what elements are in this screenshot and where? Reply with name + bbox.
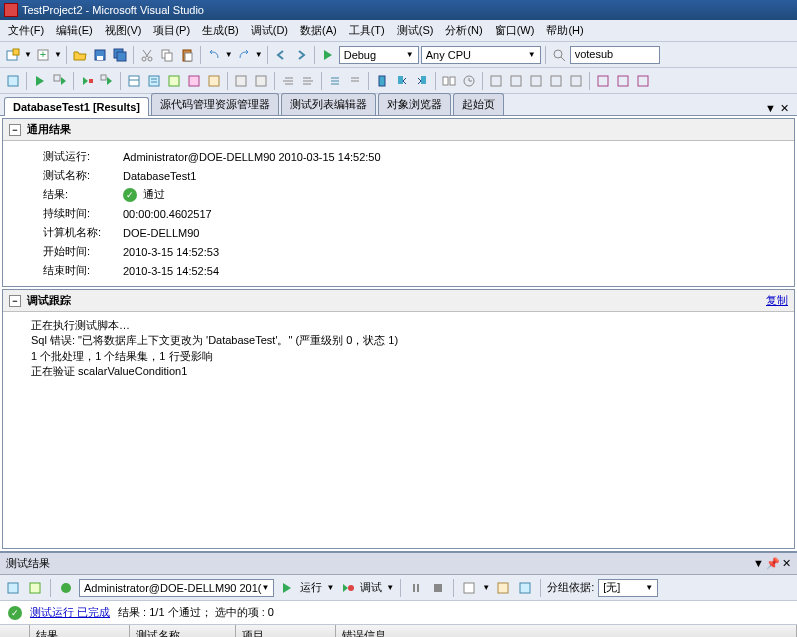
tr-options-icon[interactable] <box>516 579 534 597</box>
menu-file[interactable]: 文件(F) <box>2 20 50 41</box>
tb-icon-c[interactable] <box>527 72 545 90</box>
next-bookmark-icon[interactable] <box>413 72 431 90</box>
panel-pin-icon[interactable]: 📌 <box>766 557 780 570</box>
run-checked-icon[interactable] <box>51 72 69 90</box>
tab-active[interactable]: DatabaseTest1 [Results] <box>4 97 149 116</box>
indent-left-icon[interactable] <box>279 72 297 90</box>
nav-fwd-icon[interactable] <box>292 46 310 64</box>
test-view-icon[interactable] <box>125 72 143 90</box>
debug-tests-icon[interactable] <box>78 72 96 90</box>
save-all-icon[interactable] <box>111 46 129 64</box>
platform-dropdown[interactable]: Any CPU▼ <box>421 46 541 64</box>
new-project-icon[interactable] <box>4 46 22 64</box>
history-icon[interactable] <box>460 72 478 90</box>
tab-test-list-editor[interactable]: 测试列表编辑器 <box>281 93 376 115</box>
dropdown-arrow-icon[interactable]: ▼ <box>54 50 62 59</box>
tr-export-icon[interactable] <box>494 579 512 597</box>
tb-misc-2[interactable] <box>252 72 270 90</box>
menu-project[interactable]: 项目(P) <box>147 20 196 41</box>
open-icon[interactable] <box>71 46 89 64</box>
tr-icon-2[interactable] <box>26 579 44 597</box>
svg-rect-16 <box>8 76 18 86</box>
bookmark-icon[interactable] <box>373 72 391 90</box>
comment-icon[interactable] <box>326 72 344 90</box>
tab-close-icon[interactable]: ✕ <box>780 102 789 115</box>
find-textbox[interactable]: votesub <box>570 46 660 64</box>
stop-icon[interactable] <box>429 579 447 597</box>
panel-dropdown-icon[interactable]: ▼ <box>753 557 764 570</box>
redo-icon[interactable] <box>235 46 253 64</box>
nav-back-icon[interactable] <box>272 46 290 64</box>
tb-icon-e[interactable] <box>567 72 585 90</box>
tab-source-control[interactable]: 源代码管理资源管理器 <box>151 93 279 115</box>
debug-icon[interactable] <box>338 579 356 597</box>
svg-text:+: + <box>40 48 46 60</box>
run-tests-icon[interactable] <box>31 72 49 90</box>
menu-help[interactable]: 帮助(H) <box>540 20 589 41</box>
menu-view[interactable]: 视图(V) <box>99 20 148 41</box>
dropdown-arrow-icon[interactable]: ▼ <box>24 50 32 59</box>
tab-dropdown-icon[interactable]: ▼ <box>765 102 776 115</box>
paste-icon[interactable] <box>178 46 196 64</box>
menu-test[interactable]: 测试(S) <box>391 20 440 41</box>
dropdown-arrow-icon[interactable]: ▼ <box>482 583 490 592</box>
dropdown-arrow-icon[interactable]: ▼ <box>225 50 233 59</box>
label-computer: 计算机名称: <box>43 225 123 240</box>
test-run-status-link[interactable]: 测试运行 已完成 <box>30 605 110 620</box>
debug-checked-icon[interactable] <box>98 72 116 90</box>
col-error[interactable]: 错误信息 <box>336 625 797 637</box>
copy-link[interactable]: 复制 <box>766 293 788 308</box>
tb-icon-g[interactable] <box>614 72 632 90</box>
tb-icon-b[interactable] <box>507 72 525 90</box>
dropdown-arrow-icon[interactable]: ▼ <box>386 583 394 592</box>
tab-start-page[interactable]: 起始页 <box>453 93 504 115</box>
menu-debug[interactable]: 调试(D) <box>245 20 294 41</box>
compare-icon[interactable] <box>440 72 458 90</box>
menu-tools[interactable]: 工具(T) <box>343 20 391 41</box>
svg-point-60 <box>348 585 354 591</box>
menu-data[interactable]: 数据(A) <box>294 20 343 41</box>
undo-icon[interactable] <box>205 46 223 64</box>
test-list-icon[interactable] <box>145 72 163 90</box>
menu-analyze[interactable]: 分析(N) <box>439 20 488 41</box>
uncomment-icon[interactable] <box>346 72 364 90</box>
copy-icon[interactable] <box>158 46 176 64</box>
new-test-icon[interactable] <box>4 72 22 90</box>
tb-misc-1[interactable] <box>232 72 250 90</box>
run-icon[interactable] <box>278 579 296 597</box>
test-runs-icon[interactable] <box>205 72 223 90</box>
save-icon[interactable] <box>91 46 109 64</box>
cut-icon[interactable] <box>138 46 156 64</box>
prev-bookmark-icon[interactable] <box>393 72 411 90</box>
pause-icon[interactable] <box>407 579 425 597</box>
test-results-icon[interactable] <box>165 72 183 90</box>
col-test-name[interactable]: 测试名称 <box>130 625 236 637</box>
group-by-dropdown[interactable]: [无]▼ <box>598 579 658 597</box>
start-debug-icon[interactable] <box>319 46 337 64</box>
tr-icon-1[interactable] <box>4 579 22 597</box>
menu-edit[interactable]: 编辑(E) <box>50 20 99 41</box>
tab-object-browser[interactable]: 对象浏览器 <box>378 93 451 115</box>
col-checkbox[interactable] <box>0 625 30 637</box>
dropdown-arrow-icon[interactable]: ▼ <box>326 583 334 592</box>
tb-icon-h[interactable] <box>634 72 652 90</box>
menu-window[interactable]: 窗口(W) <box>489 20 541 41</box>
menu-build[interactable]: 生成(B) <box>196 20 245 41</box>
add-item-icon[interactable]: + <box>34 46 52 64</box>
code-coverage-icon[interactable] <box>185 72 203 90</box>
tr-context-icon[interactable] <box>57 579 75 597</box>
tb-icon-d[interactable] <box>547 72 565 90</box>
collapse-toggle[interactable]: − <box>9 295 21 307</box>
run-context-dropdown[interactable]: Administrator@DOE-DELLM90 201(▼ <box>79 579 274 597</box>
dropdown-arrow-icon[interactable]: ▼ <box>255 50 263 59</box>
indent-right-icon[interactable] <box>299 72 317 90</box>
tb-icon-a[interactable] <box>487 72 505 90</box>
collapse-toggle[interactable]: − <box>9 124 21 136</box>
config-dropdown[interactable]: Debug▼ <box>339 46 419 64</box>
find-icon[interactable] <box>550 46 568 64</box>
col-project[interactable]: 项目 <box>236 625 336 637</box>
tb-icon-f[interactable] <box>594 72 612 90</box>
panel-close-icon[interactable]: ✕ <box>782 557 791 570</box>
tr-view-icon[interactable] <box>460 579 478 597</box>
col-result[interactable]: 结果 <box>30 625 130 637</box>
